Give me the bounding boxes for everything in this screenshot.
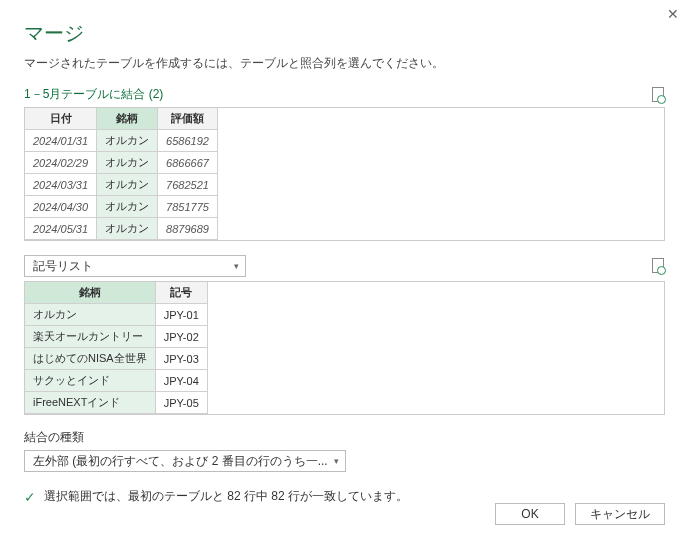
table-row: 2024/02/29オルカン6866667 (25, 152, 664, 174)
table2-header-symbol[interactable]: 銘柄 (25, 282, 155, 304)
table-row: 2024/03/31オルカン7682521 (25, 174, 664, 196)
table2-options-icon[interactable] (651, 258, 665, 274)
dialog-subtitle: マージされたテーブルを作成するには、テーブルと照合列を選んでください。 (24, 55, 665, 72)
table1-header-date[interactable]: 日付 (25, 108, 97, 130)
table1-header-symbol[interactable]: 銘柄 (97, 108, 158, 130)
table1-caption: 1－5月テーブルに結合 (2) (24, 86, 163, 103)
table-options-icon[interactable] (651, 87, 665, 103)
ok-button[interactable]: OK (495, 503, 565, 525)
table1-preview: 日付 銘柄 評価額 2024/01/31オルカン6586192 2024/02/… (24, 107, 665, 241)
table1-header-value[interactable]: 評価額 (158, 108, 218, 130)
cancel-button[interactable]: キャンセル (575, 503, 665, 525)
table2-header-code[interactable]: 記号 (155, 282, 207, 304)
table-row: 2024/04/30オルカン7851775 (25, 196, 664, 218)
table-row: 2024/01/31オルカン6586192 (25, 130, 664, 152)
chevron-down-icon: ▾ (234, 261, 239, 271)
table-row: iFreeNEXTインドJPY-05 (25, 392, 664, 414)
dialog-title: マージ (24, 20, 665, 47)
join-kind-select[interactable]: 左外部 (最初の行すべて、および 2 番目の行のうち一... ▾ (24, 450, 346, 472)
table-row: 楽天オールカントリーJPY-02 (25, 326, 664, 348)
chevron-down-icon: ▾ (334, 456, 339, 466)
checkmark-icon: ✓ (24, 489, 36, 505)
table2-select-label: 記号リスト (33, 258, 93, 275)
join-kind-value: 左外部 (最初の行すべて、および 2 番目の行のうち一... (33, 453, 328, 470)
table-row: サクッとインドJPY-04 (25, 370, 664, 392)
close-icon[interactable]: ✕ (667, 6, 679, 22)
table-row: 2024/05/31オルカン8879689 (25, 218, 664, 240)
join-kind-label: 結合の種類 (24, 429, 665, 446)
table-row: オルカンJPY-01 (25, 304, 664, 326)
table-row: はじめてのNISA全世界JPY-03 (25, 348, 664, 370)
table2-preview: 銘柄 記号 オルカンJPY-01 楽天オールカントリーJPY-02 はじめてのN… (24, 281, 665, 415)
match-status-text: 選択範囲では、最初のテーブルと 82 行中 82 行が一致しています。 (44, 488, 408, 505)
table2-select[interactable]: 記号リスト ▾ (24, 255, 246, 277)
